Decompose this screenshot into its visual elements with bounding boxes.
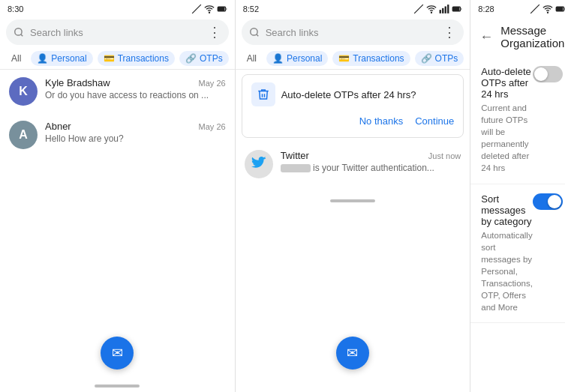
time-3: 8:28 xyxy=(478,4,494,13)
personal-icon-1: 👤 xyxy=(37,53,48,64)
search-placeholder-1: Search links xyxy=(30,27,202,38)
setting-sort-label: Sort messages by category xyxy=(481,193,533,227)
twitter-preview-text: is your Twitter authentication... xyxy=(313,163,434,173)
personal-icon-2: 👤 xyxy=(272,53,284,64)
sender-kyle: Kyle Bradshaw xyxy=(45,77,110,88)
setting-autodelete-text: Auto-delete OTPs after 24 hrs Current an… xyxy=(481,66,533,175)
status-bar-1: 8:30 xyxy=(0,0,235,16)
no-thanks-button[interactable]: No thanks xyxy=(359,112,404,130)
preview-twitter: is your Twitter authentication... xyxy=(281,163,461,173)
status-bar-2: 8:52 xyxy=(236,0,470,16)
fab-1[interactable]: ✉ xyxy=(101,337,134,370)
svg-rect-22 xyxy=(557,7,563,11)
time-1: 8:30 xyxy=(8,4,23,13)
tab-transactions-1[interactable]: 💳 Transactions xyxy=(98,51,175,66)
tab-personal-2[interactable]: 👤 Personal xyxy=(266,51,328,66)
setting-autodelete-label: Auto-delete OTPs after 24 hrs xyxy=(481,66,533,100)
otp-banner: Auto-delete OTPs after 24 hrs? No thanks… xyxy=(242,74,464,138)
more-icon-1[interactable]: ⋮ xyxy=(208,24,221,40)
svg-point-1 xyxy=(209,12,209,13)
message-header-twitter: Twitter Just now xyxy=(281,150,461,161)
message-item-kyle[interactable]: K Kyle Bradshaw May 26 Or do you have ac… xyxy=(0,70,235,113)
status-icons-3 xyxy=(530,4,565,14)
status-icons-1 xyxy=(191,4,227,14)
continue-button[interactable]: Continue xyxy=(415,112,454,130)
svg-line-6 xyxy=(21,34,23,37)
avatar-twitter xyxy=(245,150,273,178)
message-body-kyle: Kyle Bradshaw May 26 Or do you have acce… xyxy=(45,77,226,100)
svg-line-17 xyxy=(256,34,258,37)
setting-autodelete-desc: Current and future OTPs will be permanen… xyxy=(481,102,533,175)
date-abner: May 26 xyxy=(199,122,226,131)
wifi-icon xyxy=(204,4,215,14)
tab-all-2[interactable]: All xyxy=(242,51,262,66)
avatar-abner: A xyxy=(9,121,38,149)
battery-icon xyxy=(217,4,227,14)
setting-row-sort: Sort messages by category Automatically … xyxy=(470,184,565,324)
svg-rect-15 xyxy=(453,7,459,11)
message-header-abner: Abner May 26 xyxy=(45,121,226,132)
tab-transactions-2[interactable]: 💳 Transactions xyxy=(332,51,410,66)
message-header-kyle: Kyle Bradshaw May 26 xyxy=(45,77,226,88)
tab-otps-2[interactable]: 🔗 OTPs xyxy=(415,51,464,66)
back-button[interactable]: ← xyxy=(479,29,493,45)
tabs-row-2: All 👤 Personal 💳 Transactions 🔗 OTPs xyxy=(236,48,470,70)
otp-delete-icon xyxy=(257,88,270,101)
date-kyle: May 26 xyxy=(199,79,226,88)
transactions-icon-1: 💳 xyxy=(104,53,115,64)
search-icon-2 xyxy=(249,27,260,37)
otps-icon-2: 🔗 xyxy=(421,53,432,64)
battery-icon-3 xyxy=(555,4,565,14)
tab-all-1[interactable]: All xyxy=(6,51,26,66)
settings-header: ← Message Organization xyxy=(470,16,565,57)
search-bar-1[interactable]: Search links ⋮ xyxy=(6,19,229,45)
avatar-kyle: K xyxy=(9,77,38,106)
settings-title: Message Organization xyxy=(500,24,564,49)
search-placeholder-2: Search links xyxy=(266,27,437,38)
message-item-abner[interactable]: A Abner May 26 Hello How are you? xyxy=(0,113,235,157)
toggle-sort[interactable] xyxy=(533,193,563,210)
tab-personal-label-2: Personal xyxy=(287,53,322,64)
wifi-icon-3 xyxy=(542,4,553,14)
toggle-knob-autodelete xyxy=(534,67,548,81)
otp-banner-header: Auto-delete OTPs after 24 hrs? xyxy=(251,82,455,106)
fab-icon-2: ✉ xyxy=(347,345,358,361)
sender-twitter: Twitter xyxy=(281,150,309,161)
svg-point-19 xyxy=(548,12,548,13)
bottom-indicator-2 xyxy=(330,199,375,202)
panel-2: 8:52 Search links ⋮ All 👤 Personal 💳 Tra… xyxy=(236,0,471,392)
setting-row-sort-header: Sort messages by category Automatically … xyxy=(481,193,563,314)
svg-line-0 xyxy=(192,4,201,13)
tab-otps-1[interactable]: 🔗 OTPs xyxy=(179,51,229,66)
signal-off-icon-2 xyxy=(413,4,424,14)
svg-point-8 xyxy=(431,12,432,13)
tab-personal-1[interactable]: 👤 Personal xyxy=(31,51,92,66)
fab-2[interactable]: ✉ xyxy=(336,337,369,370)
signal-off-icon-3 xyxy=(530,4,540,14)
search-icon-1 xyxy=(14,27,24,37)
battery-icon-2 xyxy=(452,4,462,14)
more-icon-2[interactable]: ⋮ xyxy=(443,24,456,40)
signal-off-icon xyxy=(191,4,202,14)
svg-rect-9 xyxy=(440,10,441,13)
status-bar-3: 8:28 xyxy=(470,0,565,16)
message-item-twitter[interactable]: Twitter Just now is your Twitter authent… xyxy=(236,142,470,186)
toggle-autodelete[interactable] xyxy=(533,66,563,82)
twitter-bird-icon xyxy=(251,157,266,172)
otp-banner-title: Auto-delete OTPs after 24 hrs? xyxy=(281,89,416,100)
toggle-knob-sort xyxy=(548,195,561,208)
otps-icon-1: 🔗 xyxy=(185,53,197,64)
search-bar-2[interactable]: Search links ⋮ xyxy=(242,19,464,45)
otp-banner-actions: No thanks Continue xyxy=(251,112,455,130)
sender-abner: Abner xyxy=(45,121,71,132)
transactions-icon-2: 💳 xyxy=(338,53,350,64)
message-list-1: K Kyle Bradshaw May 26 Or do you have ac… xyxy=(0,70,235,371)
tab-transactions-label-2: Transactions xyxy=(353,53,404,64)
preview-kyle: Or do you have access to reactions on ..… xyxy=(45,90,226,100)
svg-point-16 xyxy=(250,28,257,35)
otp-icon-box xyxy=(251,82,275,106)
redacted-text xyxy=(281,164,311,172)
svg-rect-10 xyxy=(442,8,443,13)
message-body-twitter: Twitter Just now is your Twitter authent… xyxy=(281,150,461,173)
setting-row-autodelete: Auto-delete OTPs after 24 hrs Current an… xyxy=(470,57,565,184)
